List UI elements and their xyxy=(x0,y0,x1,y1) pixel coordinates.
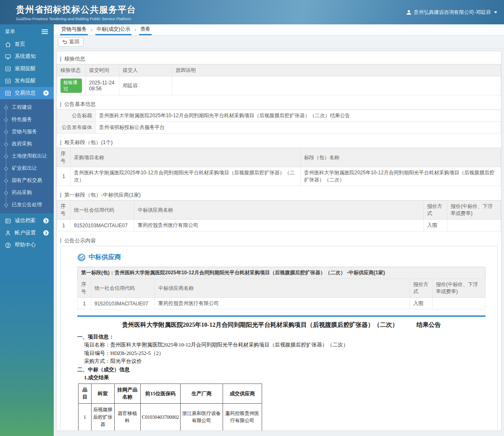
table-row: 1 贵州医科大学附属医院2025年10-12月合同到期阳光平台耗材采购项目（后视… xyxy=(57,167,501,186)
sidebar-item-account-settings[interactable]: 帐户设置 ❯ xyxy=(0,227,54,239)
table-cell: 重药控股贵州医疗有限公司 xyxy=(134,220,424,231)
section-title-winning-supplier: 第一标段（包）-中标供应商(1家) xyxy=(57,190,501,200)
table-header-row: 序号 统一社会信用代码 中标供应商名称 报价方式 报价(中标价、下浮率或费率) xyxy=(57,201,501,220)
breadcrumb-item-goods-services[interactable]: 货物与服务 xyxy=(60,24,88,35)
column-header: 采购项目名称 xyxy=(71,148,301,167)
chevron-down-icon xyxy=(494,11,497,13)
table-cell xyxy=(447,220,501,231)
column-header: 统一社会信用代码 xyxy=(91,279,155,298)
winning-supplier-table: 序号 统一社会信用代码 中标供应商名称 报价方式 报价(中标价、下浮率或费率) … xyxy=(57,200,501,231)
table-cell: 重药控股贵州医疗有限公司 xyxy=(223,404,262,431)
table-cell: C01030403700002 xyxy=(140,404,180,431)
user-menu[interactable]: 贵州弘典建设咨询有限公司-邓廷容 xyxy=(406,9,497,16)
breadcrumb-item-view[interactable]: 查看 xyxy=(139,24,152,35)
sidebar-item-label: 首页 xyxy=(15,41,25,48)
doc-line: 1.成交结果 xyxy=(77,374,486,382)
sidebar-item-home[interactable]: 首页 xyxy=(0,38,54,50)
submenu-item-state-property[interactable]: 国有产权交易 xyxy=(0,174,54,186)
winning-supplier-section: 第一标段（包）-中标供应商(1家) 序号 统一社会信用代码 中标供应商名称 报价… xyxy=(57,190,501,231)
package-bar: 第一标段(包)：贵州医科大学附属医院2025年10-12月合同到期阳光平台耗材采… xyxy=(77,267,486,278)
menu-label: 菜单 xyxy=(5,28,15,35)
page-subtitle: GuiZhou Province Tendering and Bidding P… xyxy=(16,16,136,21)
submenu-item-special-services[interactable]: 特色服务 xyxy=(0,113,54,126)
chevron-right-circle-icon: ❯ xyxy=(43,218,49,223)
back-button[interactable]: 返回 xyxy=(58,37,84,47)
submenu-item-goods-services[interactable]: 货物与服务 xyxy=(0,126,54,138)
sidebar-item-publish-reminder[interactable]: 发布提醒 xyxy=(0,75,54,87)
table-cell: 贵州医科大学附属医院2025年10-12月合同到期阳光平台耗材采购项目（后视腹膜… xyxy=(71,167,301,186)
sidebar-item-label: 诚信档案 xyxy=(15,217,36,224)
sidebar: 菜单 首页 系统通知 逾期提醒 发 xyxy=(0,24,54,436)
submenu-item-land-use[interactable]: 土地使用权出让 xyxy=(0,150,54,162)
column-header: 序号 xyxy=(57,201,71,220)
app-header: 贵州省招标投标公共服务平台 GuiZhou Province Tendering… xyxy=(0,0,504,24)
sidebar-item-integrity-archive[interactable]: 诚信档案 ❯ xyxy=(0,215,54,227)
column-header: 中标供应商名称 xyxy=(155,279,410,298)
hamburger-icon[interactable] xyxy=(42,29,48,34)
table-cell: 91520103MACITAUE07 xyxy=(91,298,155,310)
section-title-announcement-info: 公告基本信息 xyxy=(57,100,501,110)
doc-line: 项目名称：贵州医科大学附属医院2025年10-12月合同到期阳光平台耗材采购项目… xyxy=(77,341,486,349)
document-icon xyxy=(5,78,11,84)
brand: 贵州省招标投标公共服务平台 GuiZhou Province Tendering… xyxy=(16,4,136,21)
table-header-row: 序号 采购项目名称 标段（包）名称 xyxy=(57,148,501,167)
submenu-item-gov-procurement[interactable]: 政府采购 xyxy=(0,138,54,150)
result-table: 品目 科室 挂网产品名称 前15位医保码 生产厂商 成交供应商 1 xyxy=(78,383,262,431)
column-header: 报价方式 xyxy=(410,279,433,298)
breadcrumb-item-award-notice[interactable]: 中标(成交)公示 xyxy=(95,24,131,35)
column-header: 标段（包）名称 xyxy=(301,148,501,167)
person-icon xyxy=(5,230,11,236)
column-header: 报价(中标价、下浮率或费率) xyxy=(447,201,501,220)
toolbar: 返回 xyxy=(54,36,504,48)
column-header: 前15位医保码 xyxy=(140,384,180,404)
section-title-verification: 核验信息 xyxy=(57,54,501,64)
document-icon xyxy=(5,66,11,72)
transaction-submenu: 工程建设 特色服务 货物与服务 政府采购 土地使用权出让 矿业权出让 国有产权交… xyxy=(0,99,54,213)
notice-box: 中标供应商 第一标段(包)：贵州医科大学附属医院2025年10-12月合同到期阳… xyxy=(60,246,498,431)
archive-icon xyxy=(5,218,11,224)
sidebar-item-overdue-reminder[interactable]: 逾期提醒 xyxy=(0,63,54,75)
table-cell: 1 xyxy=(57,167,71,186)
sidebar-item-help-center[interactable]: 帮助中心 xyxy=(0,239,54,251)
breadcrumb-separator: › xyxy=(91,24,92,35)
table-row: 公告发布媒体 贵州省招标投标公共服务平台 xyxy=(57,122,501,134)
home-icon xyxy=(5,42,11,47)
column-header: 报价方式 xyxy=(424,201,447,220)
related-sections-section: 相关标段（包）(1个) 序号 采购项目名称 标段（包）名称 1 贵州医科大学附属… xyxy=(57,138,501,186)
submenu-item-drug-procurement[interactable]: 药品采购 xyxy=(0,186,54,199)
announcement-info-section: 公告基本信息 公告标题 贵州医科大学附属医院2025年10-12月合同到期阳光平… xyxy=(57,100,501,134)
table-cell: 入围 xyxy=(424,220,447,231)
divider xyxy=(77,315,486,317)
table-cell xyxy=(172,76,501,95)
section-title-related-sections: 相关标段（包）(1个) xyxy=(57,138,501,148)
breadcrumb-separator: › xyxy=(134,24,136,35)
table-header-row: 核验状态 提交时间 提交人 原因说明 xyxy=(57,65,501,76)
submenu-item-engineering[interactable]: 工程建设 xyxy=(0,101,54,113)
verification-table: 核验状态 提交时间 提交人 原因说明 核验通过 2025-11-24 08:56… xyxy=(57,64,501,95)
submenu-item-published-notices[interactable]: 已发公告处理 xyxy=(0,199,54,211)
table-cell xyxy=(433,298,486,310)
column-header: 序号 xyxy=(57,148,71,167)
content-panel: 核验信息 核验状态 提交时间 提交人 原因说明 核验通过 2025-11-24 … xyxy=(56,51,501,431)
sidebar-item-notifications[interactable]: 系统通知 xyxy=(0,50,54,63)
column-header: 品目 xyxy=(79,384,92,404)
user-name: 贵州弘典建设咨询有限公司-邓廷容 xyxy=(414,9,491,16)
table-cell: 1 xyxy=(79,404,92,431)
field-label: 公告发布媒体 xyxy=(57,122,96,134)
section-marker xyxy=(60,140,61,145)
target-check-icon xyxy=(77,253,86,262)
sidebar-item-label: 帮助中心 xyxy=(15,242,36,249)
sidebar-item-label: 帐户设置 xyxy=(15,229,36,236)
table-cell: 邓廷容 xyxy=(119,76,172,95)
table-cell: 浙江辰和医疗设备有限公司 xyxy=(181,404,223,431)
column-header: 统一社会信用代码 xyxy=(71,201,134,220)
table-cell: 核验通过 xyxy=(57,76,86,95)
document-icon xyxy=(5,90,11,96)
sidebar-item-transaction-info[interactable]: 交易信息 ▾ xyxy=(0,87,54,99)
submenu-item-mining-rights[interactable]: 矿业权出让 xyxy=(0,162,54,174)
sidebar-item-label: 发布提醒 xyxy=(15,77,36,84)
column-header: 中标供应商名称 xyxy=(134,201,424,220)
section-title-notice-content: 公告公示内容 xyxy=(57,236,501,246)
column-header: 提交时间 xyxy=(86,65,119,76)
table-row: 公告标题 贵州医科大学附属医院2025年10-12月合同到期阳光平台耗材采购项目… xyxy=(57,110,501,122)
